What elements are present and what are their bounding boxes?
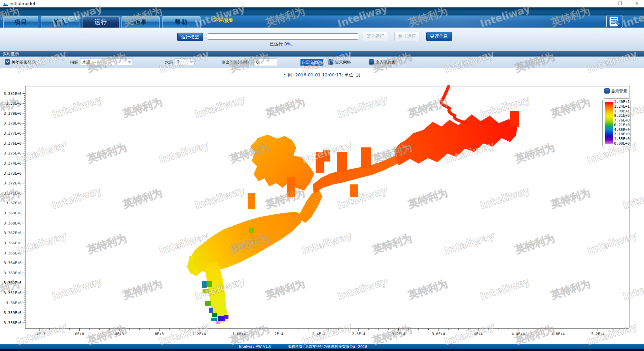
watermark-text: Inteliway — [478, 93, 532, 120]
watermark-text: 英特利为 — [549, 95, 592, 120]
x-tick-label: 8E+3 — [155, 332, 164, 336]
y-tick-label: 3.37E+6 — [6, 201, 22, 205]
y-tick-label: 3.358E+6 — [4, 321, 22, 325]
bottom-strip — [0, 349, 644, 351]
speck-green-2 — [205, 301, 211, 306]
y-tick-label: 3.376E+6 — [4, 141, 22, 146]
indicator-select[interactable]: 水温 — [80, 59, 133, 65]
output-interval-label: 输出间隔(小时) — [221, 60, 249, 65]
watermark-text: 英特利为 — [228, 231, 271, 257]
mid-channel — [313, 154, 402, 194]
title-bar: initialmodel — ❐ ✕ — [0, 0, 644, 8]
watermark-text: Inteliway — [193, 275, 246, 302]
run-toolbar: 运行模型 已运行 0%。 暂停运行 终止运行 错误信息 — [0, 28, 644, 51]
color-scale-values: 1.40E+11.24E+11.09E+19.31E+07.76E+06.21E… — [614, 100, 630, 146]
speck-blue-1 — [209, 308, 213, 313]
restore-button[interactable]: ❐ — [614, 0, 626, 7]
tab-input[interactable]: 输入 — [41, 16, 79, 28]
x-tick-label: 0E+0 — [75, 332, 84, 336]
run-model-button[interactable]: 运行模型 — [177, 33, 203, 41]
watermark-text: 英特利为 — [121, 95, 164, 120]
legend-value: 7.76E+0 — [614, 118, 630, 122]
watermark-text: Inteliway — [50, 275, 104, 302]
y-tick-label: 3.369E+6 — [4, 211, 22, 215]
speck-olive — [203, 289, 209, 293]
show-background-checkbox[interactable] — [604, 88, 610, 94]
watermark-text: Inteliway — [336, 275, 389, 302]
stub-7 — [323, 150, 330, 162]
unit-value: 单位: 度 — [343, 72, 361, 77]
watermark-text: Inteliway — [193, 184, 246, 211]
x-tick-label: 2E+4 — [275, 332, 284, 336]
x-tick-label: 4E+3 — [115, 332, 124, 336]
legend-value: 3.10E+0 — [614, 132, 630, 136]
status-bar: Intelway-AW V1.0 版权所有: 北京英特利为环境科技有限公司 20… — [0, 344, 644, 349]
tab-result[interactable]: 结果 — [121, 16, 160, 28]
stub-5 — [350, 184, 358, 197]
watermark-text: Inteliway — [443, 139, 496, 166]
x-tick-label: 1.6E+4 — [232, 332, 246, 336]
custom-palette-button[interactable]: 自定义图谱 — [300, 59, 323, 66]
tab-run[interactable]: 运行 — [82, 16, 120, 28]
layer-label: 水层 — [165, 60, 173, 65]
flow-positions-checkbox[interactable] — [369, 59, 374, 65]
y-tick-label: 3.373E+6 — [4, 171, 22, 176]
watermark-text: Inteliway — [157, 230, 211, 257]
env-warning-link[interactable]: 环评/预警 — [214, 17, 233, 24]
y-tick-label: 3.361E+6 — [4, 291, 22, 295]
output-interval-input[interactable] — [254, 59, 277, 66]
x-tick-label: 4.4E+4 — [511, 332, 525, 336]
watermark-text: Inteliway — [15, 230, 68, 257]
realtime-display-header: 实时显示 — [0, 51, 644, 57]
yellow-cell-1 — [189, 256, 193, 261]
speck-dkgreen — [212, 313, 217, 317]
neck — [297, 190, 322, 223]
watermark-text: 英特利为 — [86, 140, 129, 166]
x-tick-label: 5.2E+4 — [591, 332, 605, 336]
document-edit-button[interactable] — [606, 15, 622, 28]
y-tick-label: 3.365E+6 — [4, 251, 22, 255]
chevron-down-icon — [190, 61, 193, 63]
close-graph-checkbox[interactable] — [5, 59, 10, 65]
y-tick-label: 3.363E+6 — [4, 271, 22, 275]
x-tick-label: 2.4E+4 — [312, 332, 326, 336]
error-info-button[interactable]: 错误信息 — [426, 32, 452, 41]
watermark-text: Inteliway — [157, 139, 211, 166]
y-tick-label: 3.366E+6 — [4, 241, 22, 245]
show-grid-label: 显示网格 — [335, 60, 351, 65]
watermark-text: 英特利为 — [549, 277, 592, 302]
legend-value: 6.21E+0 — [614, 123, 630, 127]
show-grid-checkbox[interactable] — [328, 59, 333, 65]
speck-pink — [216, 321, 220, 324]
watermark-text: 英特利为 — [0, 277, 21, 302]
tab-help[interactable]: 帮助 — [162, 16, 201, 28]
stub-6 — [248, 193, 255, 209]
watermark-text: 英特利为 — [264, 95, 307, 120]
minimize-button[interactable]: — — [598, 0, 609, 7]
watermark-text: 英特利为 — [86, 231, 129, 257]
stop-run-button[interactable]: 终止运行 — [394, 32, 420, 41]
y-tick-label: 3.367E+6 — [4, 231, 22, 235]
speck-teal-1 — [202, 281, 207, 288]
close-button[interactable]: ✕ — [631, 0, 643, 7]
progress-prefix: 已运行 — [270, 41, 283, 46]
x-tick-label: -4E+3 — [34, 332, 45, 336]
y-tick-label: 3.36E+6 — [6, 301, 22, 305]
nw-arm — [250, 135, 314, 190]
speck-green-lake — [249, 227, 254, 233]
close-graph-label: 关闭图形显示 — [11, 60, 36, 65]
pause-run-button[interactable]: 暂停运行 — [363, 32, 388, 41]
watermark-text: 英特利为 — [121, 186, 164, 211]
watermark-text: Inteliway — [15, 320, 68, 348]
watermark-text: 英特利为 — [121, 277, 164, 302]
stub-1 — [316, 152, 324, 173]
stub-3 — [361, 147, 371, 168]
watermark-text: Inteliway — [50, 93, 104, 120]
watermark-text: 英特利为 — [514, 231, 557, 257]
watermark-text: Inteliway — [50, 184, 104, 211]
tab-project[interactable]: 项目 — [3, 16, 38, 28]
watermark-text: 英特利为 — [264, 186, 307, 211]
flow-positions-label: 出入流位置 — [375, 60, 396, 65]
layer-select[interactable]: 1 — [175, 59, 195, 65]
watermark-text: Inteliway — [193, 93, 246, 120]
